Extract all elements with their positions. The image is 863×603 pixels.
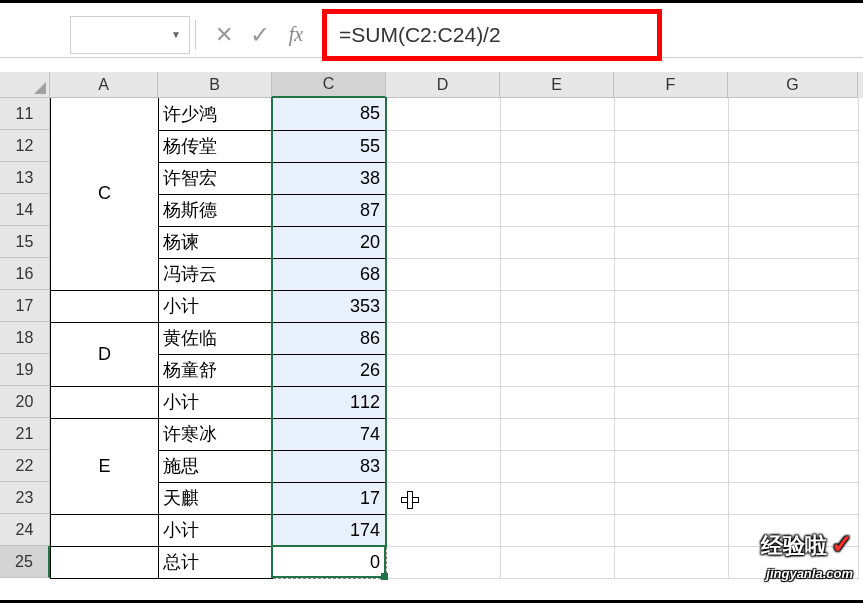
divider	[195, 20, 196, 50]
fx-icon[interactable]: fx	[278, 17, 314, 53]
value-cell[interactable]: 55	[273, 130, 387, 162]
row-header[interactable]: 13	[0, 162, 50, 194]
cancel-icon[interactable]: ✕	[206, 17, 242, 53]
row-header[interactable]: 24	[0, 514, 50, 546]
col-header-c[interactable]: C	[272, 72, 386, 98]
col-header-a[interactable]: A	[50, 72, 158, 98]
subtotal-row[interactable]: 小计 174	[51, 514, 859, 546]
row-header[interactable]: 18	[0, 322, 50, 354]
value-cell[interactable]: 38	[273, 162, 387, 194]
col-header-f[interactable]: F	[614, 72, 728, 98]
empty-cell[interactable]	[51, 290, 159, 322]
value-cell[interactable]: 85	[273, 98, 387, 130]
value-cell[interactable]: 74	[273, 418, 387, 450]
table-row[interactable]: 杨谏 20	[51, 226, 859, 258]
watermark: 经验啦✓	[761, 529, 853, 561]
table-row[interactable]: D 黄佐临 86	[51, 322, 859, 354]
row-header[interactable]: 16	[0, 258, 50, 290]
name-cell[interactable]: 许智宏	[159, 162, 273, 194]
row-header[interactable]: 19	[0, 354, 50, 386]
subtotal-value[interactable]: 112	[273, 386, 387, 418]
row-header[interactable]: 20	[0, 386, 50, 418]
row-header[interactable]: 15	[0, 226, 50, 258]
cursor-icon	[398, 488, 422, 512]
table-row[interactable]: 杨斯德 87	[51, 194, 859, 226]
subtotal-label[interactable]: 小计	[159, 290, 273, 322]
subtotal-label[interactable]: 小计	[159, 514, 273, 546]
name-cell[interactable]: 杨谏	[159, 226, 273, 258]
name-cell[interactable]: 杨斯德	[159, 194, 273, 226]
subtotal-label[interactable]: 小计	[159, 386, 273, 418]
row-header[interactable]: 22	[0, 450, 50, 482]
total-row[interactable]: 总计 0	[51, 546, 859, 578]
check-icon: ✓	[831, 529, 853, 559]
value-cell[interactable]: 20	[273, 226, 387, 258]
name-cell[interactable]: 许寒冰	[159, 418, 273, 450]
row-header[interactable]: 23	[0, 482, 50, 514]
table-row[interactable]: 杨传堂 55	[51, 130, 859, 162]
col-header-g[interactable]: G	[728, 72, 858, 98]
formula-highlight-box: =SUM(C2:C24)/2	[322, 9, 662, 61]
empty-cell[interactable]	[615, 98, 729, 130]
name-cell[interactable]: 许少鸿	[159, 98, 273, 130]
col-header-b[interactable]: B	[158, 72, 272, 98]
name-cell[interactable]: 杨童舒	[159, 354, 273, 386]
table-row[interactable]: 天麒 17	[51, 482, 859, 514]
row-header[interactable]: 25	[0, 546, 50, 578]
watermark-url: jingyanla.com	[766, 566, 853, 581]
name-box[interactable]: ▼	[70, 16, 190, 54]
total-value[interactable]: 0	[273, 546, 387, 578]
group-label[interactable]: D	[51, 322, 159, 386]
name-cell[interactable]: 黄佐临	[159, 322, 273, 354]
empty-cell[interactable]	[51, 546, 159, 578]
subtotal-row[interactable]: 小计 353	[51, 290, 859, 322]
table-row[interactable]: 杨童舒 26	[51, 354, 859, 386]
subtotal-row[interactable]: 小计 112	[51, 386, 859, 418]
empty-cell[interactable]	[387, 98, 501, 130]
data-table[interactable]: C 许少鸿 85 杨传堂 55 许智宏 38 杨斯德 87	[50, 98, 859, 579]
row-header[interactable]: 12	[0, 130, 50, 162]
spreadsheet-grid[interactable]: A B C D E F G 11 12 13 14 15 16 17 18 19…	[0, 72, 863, 603]
empty-cell[interactable]	[501, 98, 615, 130]
row-header[interactable]: 21	[0, 418, 50, 450]
row-header[interactable]: 11	[0, 98, 50, 130]
formula-bar: ▼ ✕ ✓ fx =SUM(C2:C24)/2	[0, 12, 863, 58]
table-row[interactable]: E 许寒冰 74	[51, 418, 859, 450]
table-row[interactable]: 许智宏 38	[51, 162, 859, 194]
name-cell[interactable]: 施思	[159, 450, 273, 482]
value-cell[interactable]: 68	[273, 258, 387, 290]
value-cell[interactable]: 17	[273, 482, 387, 514]
subtotal-value[interactable]: 353	[273, 290, 387, 322]
total-label[interactable]: 总计	[159, 546, 273, 578]
value-cell[interactable]: 26	[273, 354, 387, 386]
empty-cell[interactable]	[729, 98, 859, 130]
row-header[interactable]: 14	[0, 194, 50, 226]
column-headers: A B C D E F G	[0, 72, 863, 98]
empty-cell[interactable]	[51, 386, 159, 418]
value-cell[interactable]: 87	[273, 194, 387, 226]
name-cell[interactable]: 冯诗云	[159, 258, 273, 290]
empty-cell[interactable]	[51, 514, 159, 546]
group-label[interactable]: E	[51, 418, 159, 514]
row-header[interactable]: 17	[0, 290, 50, 322]
col-header-e[interactable]: E	[500, 72, 614, 98]
name-cell[interactable]: 天麒	[159, 482, 273, 514]
value-cell[interactable]: 86	[273, 322, 387, 354]
select-all-corner[interactable]	[0, 72, 50, 98]
table-row[interactable]: 施思 83	[51, 450, 859, 482]
value-cell[interactable]: 83	[273, 450, 387, 482]
table-row[interactable]: 冯诗云 68	[51, 258, 859, 290]
col-header-d[interactable]: D	[386, 72, 500, 98]
formula-input[interactable]: =SUM(C2:C24)/2	[327, 23, 501, 47]
enter-icon[interactable]: ✓	[242, 17, 278, 53]
subtotal-value[interactable]: 174	[273, 514, 387, 546]
name-cell[interactable]: 杨传堂	[159, 130, 273, 162]
table-row[interactable]: C 许少鸿 85	[51, 98, 859, 130]
group-label[interactable]: C	[51, 98, 159, 290]
dropdown-icon[interactable]: ▼	[171, 29, 181, 40]
